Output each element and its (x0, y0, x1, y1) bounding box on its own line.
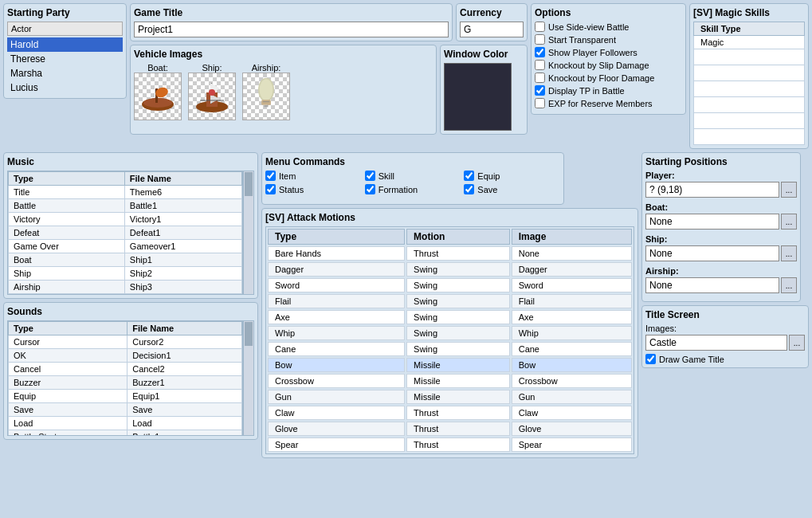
music-table-container[interactable]: Type File Name TitleTheme6BattleBattle1V… (7, 171, 243, 295)
attack-row-type: Flail (268, 294, 405, 308)
sv-magic-row-0[interactable]: Magic (694, 36, 805, 49)
option-side-view-checkbox[interactable] (535, 22, 545, 32)
boat-position-input-row: ... (645, 214, 797, 230)
attack-row-0[interactable]: Bare HandsThrustNone (268, 246, 632, 261)
sounds-table-container[interactable]: Type File Name CursorCursor2OKDecision1C… (7, 320, 243, 436)
ship-position-btn[interactable]: ... (781, 245, 797, 261)
airship-position-label: Airship: (645, 266, 797, 276)
sv-magic-empty-3 (694, 81, 805, 97)
sounds-row-0[interactable]: CursorCursor2 (9, 336, 242, 349)
boat-position-btn[interactable]: ... (781, 214, 797, 230)
draw-game-title-label: Draw Game Title (659, 355, 724, 364)
attack-row-7[interactable]: BowMissileBow (268, 358, 632, 372)
attack-row-5[interactable]: WhipSwingWhip (268, 326, 632, 340)
vehicle-images-title: Vehicle Images (134, 49, 433, 60)
attack-row-type: Gun (268, 390, 405, 404)
sounds-row-4[interactable]: EquipEquip1 (9, 390, 242, 403)
attack-row-12[interactable]: SpearThrustSpear (268, 438, 632, 452)
attack-row-4[interactable]: AxeSwingAxe (268, 310, 632, 324)
attack-row-image: Bow (512, 358, 632, 372)
game-title-input[interactable] (134, 22, 449, 37)
music-row-2[interactable]: VictoryVictory1 (9, 213, 242, 226)
sounds-row-type: Equip (9, 390, 127, 403)
attack-row-3[interactable]: FlailSwingFlail (268, 294, 632, 308)
cmd-status: Status (265, 184, 362, 194)
option-display-tp: Display TP in Battle (535, 85, 682, 96)
cmd-skill-checkbox[interactable] (365, 171, 375, 181)
cmd-status-checkbox[interactable] (265, 184, 276, 194)
attack-row-8[interactable]: CrossbowMissileCrossbow (268, 374, 632, 388)
attack-row-image: Crossbow (512, 374, 632, 388)
option-ko-slip-checkbox[interactable] (535, 60, 545, 70)
boat-position-input[interactable] (645, 214, 779, 230)
vehicle-images-container: Boat: Ship: (134, 63, 433, 120)
airship-position-input[interactable] (645, 277, 779, 293)
player-position-btn[interactable]: ... (781, 182, 797, 198)
sounds-row-5[interactable]: SaveSave (9, 403, 242, 417)
option-exp-reserve-checkbox[interactable] (535, 98, 545, 108)
boat-item: Boat: (134, 63, 182, 120)
music-row-7[interactable]: AirshipShip3 (9, 281, 242, 294)
sounds-row-file: Save (127, 403, 242, 417)
music-row-5[interactable]: BoatShip1 (9, 253, 242, 267)
currency-input[interactable] (460, 22, 524, 37)
sounds-row-1[interactable]: OKDecision1 (9, 349, 242, 363)
airship-position-btn[interactable]: ... (781, 277, 797, 293)
sounds-table: Type File Name CursorCursor2OKDecision1C… (8, 321, 242, 436)
attack-row-1[interactable]: DaggerSwingDagger (268, 262, 632, 277)
cmd-skill-label: Skill (379, 171, 394, 181)
music-row-1[interactable]: BattleBattle1 (9, 199, 242, 213)
music-row-type: Boat (9, 253, 125, 267)
sounds-row-2[interactable]: CancelCancel2 (9, 363, 242, 376)
attack-row-6[interactable]: CaneSwingCane (268, 342, 632, 356)
music-row-file: Ship3 (124, 281, 241, 294)
castle-input[interactable] (645, 335, 787, 351)
option-start-transparent: Start Transparent (535, 34, 682, 45)
draw-game-title-checkbox[interactable] (645, 354, 656, 364)
cmd-equip-checkbox[interactable] (464, 171, 474, 181)
option-ko-floor-checkbox[interactable] (535, 73, 545, 83)
sounds-scrollbar[interactable] (243, 320, 254, 436)
option-show-followers: Show Player Followers (535, 47, 682, 57)
music-title: Music (7, 156, 254, 167)
music-row-6[interactable]: ShipShip2 (9, 267, 242, 281)
sounds-row-7[interactable]: Battle StartBattle1 (9, 430, 242, 437)
window-color-box[interactable] (444, 63, 512, 131)
attack-row-9[interactable]: GunMissileGun (268, 390, 632, 404)
castle-btn[interactable]: ... (789, 335, 805, 351)
attack-row-2[interactable]: SwordSwingSword (268, 278, 632, 292)
sounds-row-3[interactable]: BuzzerBuzzer1 (9, 376, 242, 390)
option-display-tp-checkbox[interactable] (535, 85, 545, 96)
music-scrollbar[interactable] (243, 171, 254, 295)
player-position-input[interactable] (645, 182, 779, 198)
party-member-harold[interactable]: Harold (7, 37, 123, 52)
ship-item: Ship: (188, 63, 236, 120)
attack-row-image: Sword (512, 278, 632, 292)
sounds-row-file: Buzzer1 (127, 376, 242, 390)
party-member-marsha[interactable]: Marsha (7, 66, 123, 80)
airship-image (242, 73, 290, 120)
sounds-row-file: Cancel2 (127, 363, 242, 376)
option-show-followers-checkbox[interactable] (535, 47, 545, 57)
music-row-4[interactable]: Game OverGameover1 (9, 240, 242, 253)
party-member-lucius[interactable]: Lucius (7, 80, 123, 95)
cmd-item-checkbox[interactable] (265, 171, 276, 181)
music-row-0[interactable]: TitleTheme6 (9, 186, 242, 199)
menu-commands-panel: Menu Commands Item Skill Equip (261, 152, 564, 205)
party-member-therese[interactable]: Therese (7, 52, 123, 66)
attack-row-10[interactable]: ClawThrustClaw (268, 406, 632, 420)
airship-position-input-row: ... (645, 277, 797, 293)
top-row2: Vehicle Images Boat: (130, 45, 528, 135)
option-start-transparent-checkbox[interactable] (535, 34, 545, 45)
cmd-formation: Formation (365, 184, 461, 194)
options-title: Options (535, 7, 682, 18)
cmd-formation-checkbox[interactable] (365, 184, 375, 194)
attack-row-11[interactable]: GloveThrustGlove (268, 422, 632, 436)
music-row-3[interactable]: DefeatDefeat1 (9, 226, 242, 240)
attack-row-motion: Thrust (406, 406, 510, 420)
cmd-save-checkbox[interactable] (464, 184, 474, 194)
sv-attack-table-container[interactable]: Type Motion Image Bare HandsThrustNoneDa… (265, 226, 634, 454)
sounds-row-6[interactable]: LoadLoad (9, 417, 242, 430)
ship-position-input[interactable] (645, 245, 779, 261)
sounds-row-type: Cancel (9, 363, 127, 376)
